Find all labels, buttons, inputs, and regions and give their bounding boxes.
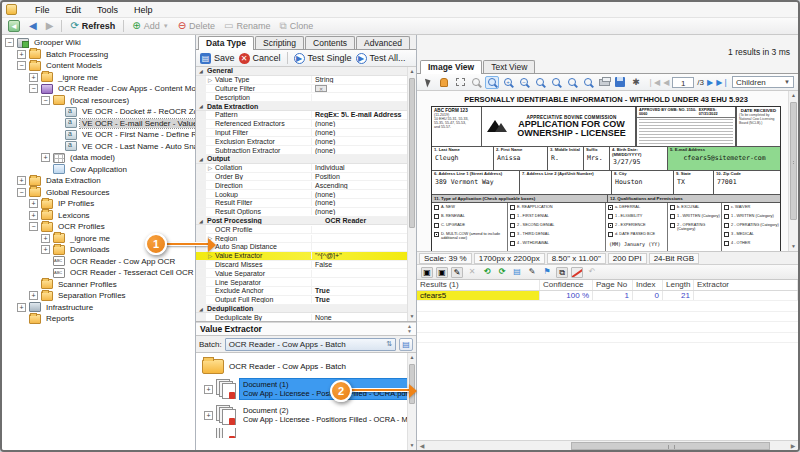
menu-help[interactable]: Help [127, 4, 160, 16]
check-item[interactable]: 2 - OPERATING (Category) [722, 221, 780, 230]
column-header-confidence[interactable]: Confidence [540, 280, 593, 290]
checkbox-unchecked[interactable] [434, 223, 439, 228]
menu-edit[interactable]: Edit [59, 4, 89, 16]
next-page-icon[interactable]: ▶ [707, 78, 713, 87]
property-value[interactable]: (none) [312, 120, 407, 127]
plus-expander-icon[interactable]: + [41, 234, 50, 243]
hand-pan-icon[interactable] [437, 76, 451, 89]
property-result-options[interactable]: Result Options(none) [196, 208, 407, 217]
property-post-processing[interactable]: ◢Post ProcessingOCR Reader [196, 217, 407, 226]
property-deduplicate-by[interactable]: Deduplicate ByNone [196, 313, 407, 321]
tree-item-ocr-reader-cow-app-ocr[interactable]: OCR Reader - Cow App OCR [2, 256, 195, 268]
group-expander-icon[interactable]: ◢ [196, 155, 206, 163]
plus-expander-icon[interactable]: + [29, 199, 38, 208]
first-page-icon[interactable]: ❘◀ [647, 78, 660, 87]
page-number-input[interactable]: 1 [672, 77, 694, 88]
open-batch-button[interactable]: ▤ [399, 338, 413, 351]
scroll-up-icon[interactable]: ▲ [789, 91, 798, 100]
scrollbar-thumb[interactable] [571, 442, 770, 450]
image-b-icon[interactable]: ▣ [436, 267, 448, 278]
minus-expander-icon[interactable]: − [29, 222, 38, 231]
zoom-region-icon[interactable] [485, 76, 499, 89]
tree-item-ocr-reader-cow-apps-content-model[interactable]: −OCR Reader - Cow Apps - Content Model [2, 83, 195, 95]
batch-combobox[interactable]: OCR Reader - Cow Apps - Batch ⇅ [225, 338, 396, 351]
expand-icon[interactable]: ▷ [206, 165, 214, 171]
checkbox-unchecked[interactable] [670, 205, 675, 210]
property-data-extraction[interactable]: ◢Data Extraction [196, 102, 407, 111]
property-subtraction-extractor[interactable]: Subtraction Extractor(none) [196, 146, 407, 155]
plus-expander-icon[interactable]: + [204, 411, 213, 420]
plus-expander-icon[interactable]: + [29, 73, 38, 82]
check-item[interactable]: c. WAIVER [722, 203, 780, 212]
property-exclude-anchor[interactable]: Exclude AnchorTrue [196, 287, 407, 296]
expand-icon[interactable]: ▷ [206, 77, 214, 83]
back-button[interactable]: ◀ [26, 20, 40, 32]
property-auto-snap-distance[interactable]: ▷Auto Snap Distance [196, 243, 407, 252]
checkbox-unchecked[interactable] [434, 214, 439, 219]
field-4-birth-date-mm-dd-yyyy[interactable]: 4. Birth Date: (MM/DD/YYYY)3/27/95 [610, 147, 668, 170]
delete-x-icon[interactable]: ✕ [466, 267, 478, 278]
property-order-by[interactable]: Order ByPosition [196, 173, 407, 182]
property-result-filter[interactable]: Result Filter(none) [196, 199, 407, 208]
checkbox-unchecked[interactable] [724, 223, 729, 228]
tree-item-ip-profiles[interactable]: +IP Profiles [2, 198, 195, 210]
property-value[interactable]: True [312, 287, 407, 294]
forward-button[interactable]: ▶ [43, 20, 57, 32]
test-all-button[interactable]: ▶Test All... [356, 53, 406, 64]
add-button[interactable]: ⊕Add▼ [129, 20, 171, 32]
scrollbar-thumb[interactable] [409, 78, 415, 228]
value-extractor-section-header[interactable]: Value Extractor ▲▼ [196, 322, 416, 336]
delete-button[interactable]: ⊖Delete [175, 20, 218, 32]
rotate-ccw-icon[interactable]: ⟲ [481, 267, 493, 278]
check-item[interactable]: 2 - SECOND DENIAL [508, 221, 605, 230]
collapse-up-icon[interactable]: ▲▼ [407, 324, 412, 334]
property-direction[interactable]: DirectionAscending [196, 181, 407, 190]
property-culture-filter[interactable]: Culture Filter✕ [196, 85, 407, 94]
result-row[interactable]: cfears5100 %1021 [417, 291, 798, 302]
clone-button[interactable]: ⧉Clone [277, 20, 317, 32]
draw-pen-icon[interactable]: ✎ [526, 267, 538, 278]
column-header-extractor[interactable]: Extractor [694, 280, 798, 290]
check-item[interactable]: a. DEFERRAL [606, 203, 667, 212]
zoom-marquee-icon[interactable] [469, 76, 483, 89]
property-output-full-region[interactable]: Output Full RegionTrue [196, 296, 407, 305]
property-pattern[interactable]: PatternRegEx: 5\. E-mail Address [196, 111, 407, 120]
group-expander-icon[interactable]: ◢ [196, 102, 206, 110]
sort-filter-icon[interactable]: ⇅ [386, 340, 392, 348]
property-value[interactable]: ✕ [312, 85, 407, 92]
culture-filter-icon[interactable]: ✕ [315, 85, 327, 92]
field-5-e-mail-address[interactable]: 5. E-mail Addresscfears5@sitemeter-com [668, 147, 780, 170]
minus-expander-icon[interactable]: − [29, 84, 38, 93]
check-item[interactable]: B. RENEWAL [432, 212, 507, 221]
property-value[interactable]: (none) [312, 129, 407, 136]
checkbox-unchecked[interactable] [670, 214, 675, 219]
minus-expander-icon[interactable]: − [5, 38, 14, 47]
marquee-select-icon[interactable] [453, 76, 467, 89]
checkbox-unchecked[interactable] [510, 241, 515, 246]
navigate-button[interactable]: ◄ [5, 19, 23, 33]
property-description[interactable]: Description [196, 93, 407, 102]
image-stamp-icon[interactable]: ✎ [451, 267, 463, 278]
check-item[interactable]: A. NEW [432, 203, 507, 212]
plus-expander-icon[interactable]: + [17, 303, 26, 312]
property-value[interactable]: Position [312, 173, 407, 180]
tab-contents[interactable]: Contents [305, 36, 355, 49]
property-referenced-extractors[interactable]: Referenced Extractors(none) [196, 120, 407, 129]
property-value[interactable]: RegEx: 5\. E-mail Address [312, 111, 407, 118]
tree-item-content-models[interactable]: −Content Models [2, 60, 195, 72]
check-item[interactable]: C. UPGRADE [432, 221, 507, 230]
checkbox-unchecked[interactable] [510, 223, 515, 228]
property-line-separator[interactable]: Line Separator [196, 278, 407, 287]
property-value[interactable]: Ascending [312, 182, 407, 189]
column-header-length[interactable]: Length [663, 280, 694, 290]
cancel-button[interactable]: ✕Cancel [239, 53, 281, 64]
property-output[interactable]: ◢Output [196, 155, 407, 164]
zoom-out-icon[interactable]: − [517, 76, 531, 89]
checkbox-unchecked[interactable] [608, 214, 613, 219]
scroll-up-icon[interactable]: ▲ [408, 67, 416, 76]
scroll-up-icon[interactable]: ▲ [408, 353, 416, 362]
minus-expander-icon[interactable]: − [17, 61, 26, 70]
rename-button[interactable]: ▭Rename [221, 20, 273, 32]
property-deduplication[interactable]: ◢Deduplication [196, 305, 407, 314]
tree-item-infrastructure[interactable]: +Infrastructure [2, 302, 195, 314]
